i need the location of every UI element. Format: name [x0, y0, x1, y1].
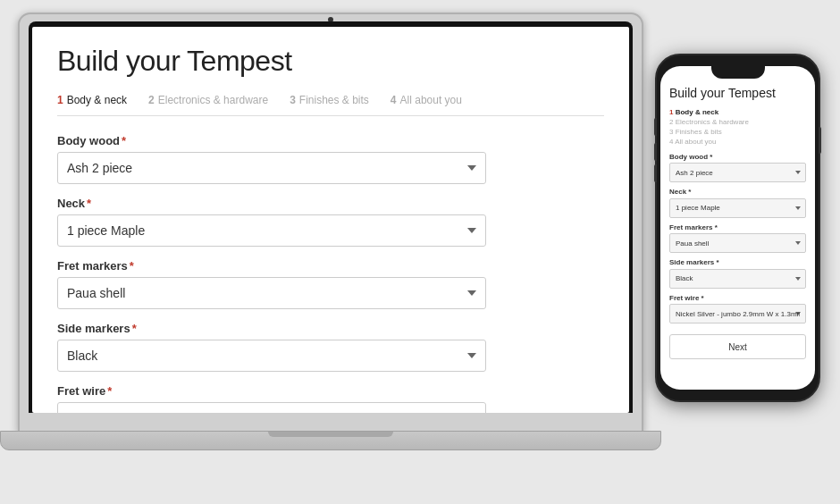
- phone-fret-markers-group: Fret markers * Paua shell: [669, 223, 806, 254]
- phone-screen: Build your Tempest 1 Body & neck 2 Elect…: [660, 66, 815, 390]
- phone-side-markers-select[interactable]: Black: [669, 269, 806, 289]
- phone-side-markers-group: Side markers * Black: [669, 258, 806, 289]
- step-4-num: 4: [391, 94, 397, 106]
- phone-fret-markers-select[interactable]: Paua shell: [669, 233, 806, 253]
- phone-content: Build your Tempest 1 Body & neck 2 Elect…: [660, 66, 815, 390]
- phone-step-1[interactable]: 1 Body & neck: [669, 108, 806, 116]
- fret-wire-label: Fret wire*: [57, 384, 604, 398]
- step-2-num: 2: [148, 94, 155, 106]
- phone-neck-group: Neck * 1 piece Maple: [669, 188, 806, 218]
- phone-steps: 1 Body & neck 2 Electronics & hardware 3…: [669, 108, 806, 146]
- phone-neck-label: Neck *: [669, 188, 806, 196]
- laptop: Build your Tempest 1 Body & neck 2 Elect…: [18, 13, 661, 486]
- side-markers-select[interactable]: Black: [57, 340, 486, 372]
- phone-mute-button: [654, 118, 657, 136]
- phone-step-4[interactable]: 4 All about you: [669, 138, 806, 146]
- phone-volume-up-button: [654, 143, 657, 161]
- body-wood-group: Body wood* Ash 2 piece: [57, 134, 604, 184]
- fret-markers-group: Fret markers* Paua shell: [57, 259, 604, 309]
- phone-neck-select[interactable]: 1 piece Maple: [669, 198, 806, 218]
- laptop-outer: Build your Tempest 1 Body & neck 2 Elect…: [18, 13, 643, 433]
- fret-markers-label: Fret markers*: [57, 259, 604, 273]
- laptop-screen: Build your Tempest 1 Body & neck 2 Elect…: [32, 27, 629, 413]
- phone-page-title: Build your Tempest: [669, 86, 806, 101]
- phone-fret-wire-select[interactable]: Nickel Silver - jumbo 2.9mm W x 1.3mm H: [669, 304, 806, 323]
- phone-fret-markers-label: Fret markers *: [669, 223, 806, 231]
- laptop-base-notch: [268, 432, 393, 437]
- phone-outer: Build your Tempest 1 Body & neck 2 Elect…: [655, 54, 820, 402]
- page-title: Build your Tempest: [57, 45, 604, 78]
- body-wood-label: Body wood*: [57, 134, 604, 147]
- phone-fret-wire-group: Fret wire * Nickel Silver - jumbo 2.9mm …: [669, 294, 806, 324]
- phone-step-2[interactable]: 2 Electronics & hardware: [669, 118, 806, 126]
- step-4-label: All about you: [400, 94, 462, 106]
- phone-notch: [711, 66, 765, 79]
- step-2-label: Electronics & hardware: [158, 94, 268, 106]
- laptop-content: Build your Tempest 1 Body & neck 2 Elect…: [32, 27, 629, 413]
- step-3[interactable]: 3 Finishes & bits: [290, 94, 369, 106]
- phone-body-wood-select[interactable]: Ash 2 piece: [669, 163, 806, 182]
- fret-wire-group: Fret wire* Nickel Silver - jumbo 2.9mm W…: [57, 384, 604, 413]
- neck-select[interactable]: 1 piece Maple: [57, 214, 486, 247]
- step-4[interactable]: 4 All about you: [391, 94, 462, 106]
- step-1[interactable]: 1 Body & neck: [57, 94, 127, 106]
- step-2[interactable]: 2 Electronics & hardware: [148, 94, 268, 106]
- laptop-screen-bezel: Build your Tempest 1 Body & neck 2 Elect…: [29, 21, 633, 413]
- scene: Build your Tempest 1 Body & neck 2 Elect…: [0, 0, 840, 504]
- phone-fret-wire-label: Fret wire *: [669, 294, 806, 302]
- fret-markers-select[interactable]: Paua shell: [57, 277, 486, 309]
- side-markers-label: Side markers*: [57, 322, 604, 335]
- phone-body-wood-label: Body wood *: [669, 153, 806, 161]
- step-1-label: Body & neck: [67, 94, 127, 106]
- phone-side-markers-label: Side markers *: [669, 258, 806, 266]
- phone-power-button: [819, 127, 821, 154]
- step-3-label: Finishes & bits: [299, 94, 369, 106]
- phone-next-button[interactable]: Next: [669, 334, 806, 359]
- neck-group: Neck* 1 piece Maple: [57, 197, 604, 247]
- phone-step-3[interactable]: 3 Finishes & bits: [669, 128, 806, 136]
- phone-body-wood-group: Body wood * Ash 2 piece: [669, 153, 806, 183]
- laptop-base: [0, 431, 661, 450]
- neck-label: Neck*: [57, 197, 604, 210]
- body-wood-select[interactable]: Ash 2 piece: [57, 152, 486, 184]
- fret-wire-select[interactable]: Nickel Silver - jumbo 2.9mm W x 1.3mm H: [57, 402, 486, 413]
- side-markers-group: Side markers* Black: [57, 322, 604, 372]
- steps-nav: 1 Body & neck 2 Electronics & hardware 3…: [57, 94, 604, 116]
- phone: Build your Tempest 1 Body & neck 2 Elect…: [655, 54, 820, 402]
- phone-volume-down-button: [654, 164, 657, 182]
- step-1-num: 1: [57, 94, 63, 106]
- step-3-num: 3: [290, 94, 296, 106]
